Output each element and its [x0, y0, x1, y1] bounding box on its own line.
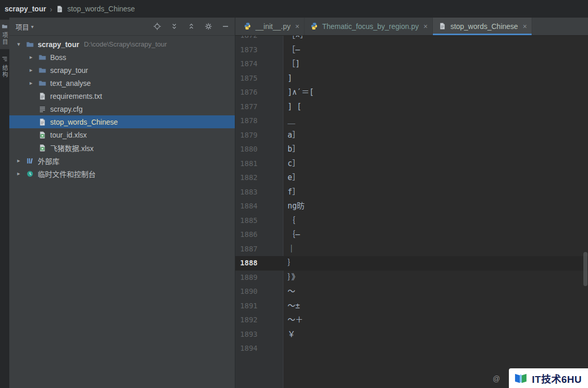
- tree-item-label: 飞猪数据.xlsx: [50, 143, 94, 153]
- hide-panel-icon[interactable]: [221, 22, 230, 31]
- tree-item-scrapy-tour-root[interactable]: ▾ scrapy_tour D:\code\Scrapy\scrapy_tour: [9, 38, 235, 51]
- editor-line[interactable]: 1894: [235, 341, 588, 356]
- editor-line[interactable]: 1877] [: [235, 100, 588, 114]
- collapse-all-icon[interactable]: [187, 22, 195, 31]
- tree-item-label: stop_words_Chinese: [50, 118, 118, 126]
- line-number: 1890: [235, 285, 283, 299]
- editor-line[interactable]: 1872［×］: [235, 36, 588, 43]
- close-icon[interactable]: ×: [295, 23, 299, 30]
- editor-line[interactable]: 1891～±: [235, 299, 588, 314]
- line-text[interactable]: ＿: [283, 114, 295, 128]
- pycharm-window: scrapy_tour › stop_words_Chinese 项目 结构: [0, 0, 588, 388]
- line-text[interactable]: b］: [283, 142, 300, 157]
- line-text[interactable]: [283, 341, 288, 356]
- line-text[interactable]: ［]: [283, 57, 300, 71]
- chevron-collapsed-icon[interactable]: ▸: [27, 67, 35, 73]
- locate-file-icon[interactable]: [153, 22, 161, 31]
- line-text[interactable]: ～＋: [283, 313, 303, 327]
- close-icon[interactable]: ×: [523, 23, 527, 30]
- project-view-selector[interactable]: 项目 ▾: [16, 22, 34, 32]
- editor-line-current[interactable]: 1888｝: [235, 256, 588, 271]
- settings-gear-icon[interactable]: [204, 22, 213, 31]
- tree-item-feizhu-data-xlsx[interactable]: 飞猪数据.xlsx: [9, 141, 235, 154]
- editor-line[interactable]: 1874［]: [235, 57, 588, 71]
- line-text[interactable]: ｛: [283, 214, 295, 228]
- editor-line[interactable]: 1889｝》: [235, 271, 588, 285]
- tab-stop-words-chinese[interactable]: stop_words_Chinese ×: [433, 18, 532, 35]
- line-text[interactable]: f］: [283, 185, 300, 200]
- editor-line[interactable]: 1879a］: [235, 128, 588, 143]
- chevron-expanded-icon[interactable]: ▾: [14, 41, 23, 48]
- expand-all-icon[interactable]: [170, 22, 178, 31]
- editor-code-area[interactable]: 1872［×］ 1873［— 1874［] 1875] 1876]∧′＝[ 18…: [235, 36, 588, 356]
- tree-item-boss[interactable]: ▸ Boss: [9, 51, 235, 64]
- line-text[interactable]: ［—: [283, 43, 300, 57]
- line-number: 1874: [235, 57, 283, 71]
- editor-line[interactable]: 1887｜: [235, 242, 588, 257]
- editor-line[interactable]: 1881c］: [235, 157, 588, 171]
- line-text[interactable]: c］: [283, 157, 300, 171]
- line-text[interactable]: ［×］: [283, 36, 308, 43]
- editor-line[interactable]: 1886｛—: [235, 228, 588, 242]
- chevron-collapsed-icon[interactable]: ▸: [27, 80, 35, 86]
- line-text[interactable]: ] [: [283, 100, 301, 114]
- editor-line[interactable]: 1883f］: [235, 185, 588, 200]
- editor-line[interactable]: 1875]: [235, 71, 588, 86]
- editor-line[interactable]: 1880b］: [235, 142, 588, 157]
- line-text[interactable]: ～±: [283, 299, 300, 314]
- editor-line[interactable]: 1892～＋: [235, 313, 588, 327]
- editor-line[interactable]: 1878＿: [235, 114, 588, 128]
- editor-line[interactable]: 1873［—: [235, 43, 588, 57]
- stripe-item-project[interactable]: 项目: [0, 20, 9, 49]
- breadcrumb-project[interactable]: scrapy_tour: [5, 5, 46, 13]
- tree-item-external-libraries[interactable]: ▸ 外部库: [9, 154, 235, 167]
- tree-item-requirements-txt[interactable]: requirements.txt: [9, 89, 235, 102]
- project-tree: ▾ scrapy_tour D:\code\Scrapy\scrapy_tour…: [9, 36, 235, 388]
- line-text[interactable]: ]∧′＝[: [283, 85, 314, 100]
- editor-line[interactable]: 1876]∧′＝[: [235, 85, 588, 100]
- editor-scrollbar-thumb[interactable]: [583, 252, 587, 286]
- line-text[interactable]: ｝: [283, 256, 295, 271]
- stripe-item-structure[interactable]: 结构: [0, 52, 9, 82]
- tab-thematic-focus-by-region-py[interactable]: Thematic_focus_by_region.py ×: [305, 18, 433, 35]
- watermark-text: IT技术6HU: [532, 371, 582, 385]
- chevron-collapsed-icon[interactable]: ▸: [27, 54, 35, 61]
- line-text[interactable]: ｝》: [283, 271, 299, 285]
- line-text[interactable]: ]: [283, 71, 292, 86]
- tree-item-tour-id-xlsx[interactable]: tour_id.xlsx: [9, 128, 235, 141]
- tab-init-py[interactable]: __init__.py ×: [238, 18, 305, 35]
- tree-item-scratches-consoles[interactable]: ▸ 临时文件和控制台: [9, 167, 235, 180]
- line-text[interactable]: ￥: [283, 327, 295, 342]
- tool-window-stripe: 项目 结构: [0, 18, 9, 388]
- tree-item-scrapy-tour[interactable]: ▸ scrapy_tour: [9, 64, 235, 77]
- editor-line[interactable]: 1885｛: [235, 214, 588, 228]
- editor-tabbar: __init__.py × Thematic_focus_by_region.p…: [235, 18, 588, 36]
- line-number: 1894: [235, 341, 283, 356]
- line-number: 1880: [235, 142, 283, 157]
- editor-line[interactable]: 1893￥: [235, 327, 588, 342]
- tree-item-stop-words-chinese[interactable]: stop_words_Chinese: [9, 115, 235, 128]
- line-text[interactable]: a］: [283, 128, 300, 143]
- folder-icon: [38, 66, 47, 74]
- editor-line[interactable]: 1884ng昉: [235, 199, 588, 214]
- line-text[interactable]: ～: [283, 285, 295, 299]
- line-number: 1882: [235, 171, 283, 185]
- project-panel: 项目 ▾: [9, 18, 235, 388]
- line-text[interactable]: ng昉: [283, 199, 305, 214]
- line-text[interactable]: ｜: [283, 242, 295, 257]
- editor-line[interactable]: 1890～: [235, 285, 588, 299]
- close-icon[interactable]: ×: [424, 23, 428, 30]
- chevron-collapsed-icon[interactable]: ▸: [14, 170, 23, 177]
- line-text[interactable]: ｛—: [283, 228, 300, 242]
- line-number: 1888: [235, 256, 283, 271]
- tree-item-scrapy-cfg[interactable]: scrapy.cfg: [9, 102, 235, 115]
- file-icon: [439, 22, 447, 31]
- editor-line[interactable]: 1882e］: [235, 171, 588, 185]
- editor[interactable]: 1872［×］ 1873［— 1874［] 1875] 1876]∧′＝[ 18…: [235, 36, 588, 388]
- tree-item-text-analyse[interactable]: ▸ text_analyse: [9, 77, 235, 89]
- chevron-collapsed-icon[interactable]: ▸: [14, 157, 23, 164]
- line-number: 1885: [235, 214, 283, 228]
- line-text[interactable]: e］: [283, 171, 300, 185]
- line-number: 1878: [235, 114, 283, 128]
- breadcrumb-file[interactable]: stop_words_Chinese: [67, 5, 135, 13]
